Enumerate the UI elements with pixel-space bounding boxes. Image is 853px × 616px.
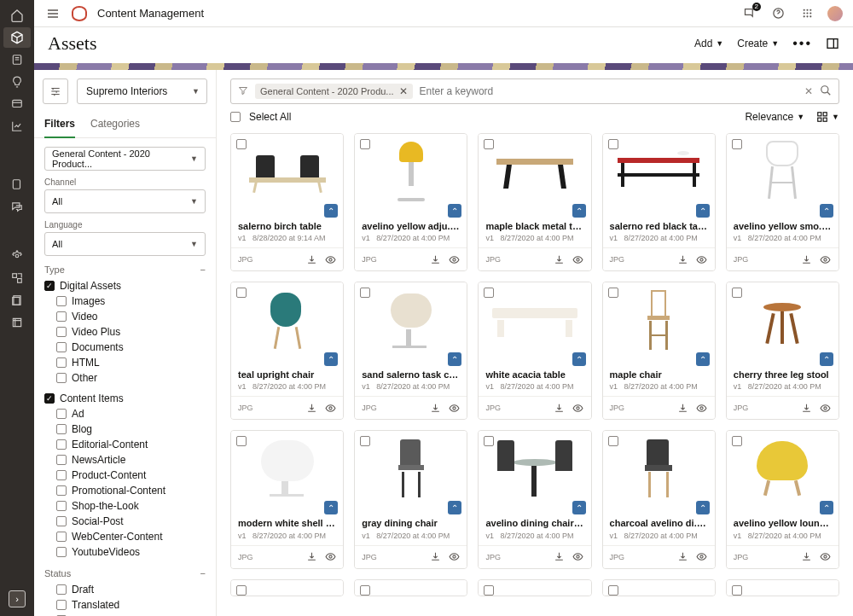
download-icon[interactable] [677,551,689,563]
filter-da-other[interactable]: Other [44,370,206,386]
asset-card[interactable]: ⌃salerno birch tablev1 8/28/2020 at 9:14… [230,133,344,271]
asset-checkbox[interactable] [608,436,618,446]
preview-icon[interactable] [696,402,708,414]
download-icon[interactable] [801,551,813,563]
panel-toggle-icon[interactable] [826,37,839,50]
download-icon[interactable] [677,253,689,265]
download-icon[interactable] [305,551,317,563]
asset-card[interactable] [726,579,839,596]
select-all-checkbox[interactable] [230,112,241,122]
language-select[interactable]: All▼ [44,232,206,256]
menu-icon[interactable] [44,5,61,22]
asset-checkbox[interactable] [484,288,494,298]
asset-checkbox[interactable] [360,139,370,149]
rail-extra-icon[interactable] [3,312,31,333]
asset-card[interactable]: ⌃avelino yellow smo... stoolv1 8/27/2020… [726,133,839,271]
asset-card[interactable]: ⌃cherry three leg stoolv1 8/27/2020 at 4… [726,282,839,420]
view-toggle-icon[interactable]: ▼ [816,111,839,123]
filter-da-video[interactable]: Video [44,309,206,324]
collapse-icon[interactable]: − [200,568,206,578]
filter-ci-blog[interactable]: Blog [44,421,206,437]
preview-icon[interactable] [448,551,460,563]
asset-checkbox[interactable] [732,139,742,149]
preview-icon[interactable] [820,551,832,563]
download-icon[interactable] [429,253,441,265]
asset-card[interactable]: ⌃sand salerno task chairv1 8/27/2020 at … [354,282,467,420]
download-icon[interactable] [677,402,689,414]
filter-content-items[interactable]: ✓Content Items [44,391,206,406]
channel-select[interactable]: All▼ [44,189,206,213]
clear-search-icon[interactable]: ✕ [804,85,813,97]
asset-card[interactable]: ⌃charcoal avelino di... chairv1 8/27/202… [602,430,716,568]
download-icon[interactable] [429,402,441,414]
download-icon[interactable] [305,253,317,265]
asset-card[interactable]: ⌃avelino yellow loungechairv1 8/27/2020 … [726,430,839,568]
more-actions-icon[interactable]: ••• [792,36,812,51]
filter-status-draft[interactable]: Draft [44,582,206,597]
rail-expand-icon[interactable]: › [9,590,26,607]
asset-checkbox[interactable] [608,585,618,596]
asset-card[interactable]: ⌃maple chairv1 8/27/2020 at 4:00 PMJPG [602,282,716,420]
tab-categories[interactable]: Categories [90,113,140,137]
filter-status-translated[interactable]: Translated [44,597,206,613]
filter-ci-promotional-content[interactable]: Promotional-Content [44,483,206,498]
download-icon[interactable] [554,551,566,563]
sort-select[interactable]: Relevance▼ [745,111,804,123]
create-button[interactable]: Create▼ [737,38,779,49]
filter-ci-shop-the-look[interactable]: Shop-the-Look [44,498,206,514]
filter-ci-social-post[interactable]: Social-Post [44,514,206,529]
filter-da-video-plus[interactable]: Video Plus [44,324,206,340]
filter-ci-editorial-content[interactable]: Editorial-Content [44,437,206,452]
tab-filters[interactable]: Filters [44,113,75,138]
filter-ci-ad[interactable]: Ad [44,406,206,421]
filter-da-images[interactable]: Images [44,293,206,309]
asset-checkbox[interactable] [236,288,247,298]
rail-collaboration-icon[interactable] [3,174,31,195]
asset-checkbox[interactable] [608,288,618,298]
preview-icon[interactable] [696,551,708,563]
asset-card[interactable] [354,579,467,596]
asset-checkbox[interactable] [732,288,742,298]
asset-card[interactable]: ⌃avelino yellow adju... stoolv1 8/27/202… [354,133,467,271]
asset-card[interactable]: ⌃avelino dining chair setv1 8/27/2020 at… [478,430,591,568]
asset-checkbox[interactable] [360,585,370,596]
preview-icon[interactable] [696,253,708,265]
rail-analytics-icon[interactable] [3,116,31,137]
search-input[interactable] [420,85,798,97]
preview-icon[interactable] [820,253,832,265]
download-icon[interactable] [554,402,566,414]
rail-assets-icon[interactable] [3,27,31,48]
filter-ci-product-content[interactable]: Product-Content [44,468,206,483]
search-icon[interactable] [820,84,832,99]
rail-integrations-icon[interactable] [3,268,31,288]
asset-card[interactable]: ⌃salerno red black tablev1 8/27/2020 at … [602,133,716,271]
rail-capture-icon[interactable] [3,290,31,311]
user-avatar[interactable] [827,6,843,21]
filter-ci-youtubevideos[interactable]: YoutubeVideos [44,544,206,560]
filter-da-documents[interactable]: Documents [44,340,206,355]
select-all-label[interactable]: Select All [249,111,291,123]
repository-select[interactable]: Supremo Interiors ▼ [77,78,207,104]
asset-checkbox[interactable] [236,139,247,149]
preview-icon[interactable] [324,253,336,265]
asset-card[interactable]: ⌃white acacia tablev1 8/27/2020 at 4:00 … [478,282,591,420]
asset-checkbox[interactable] [608,139,618,149]
collapse-icon[interactable]: − [200,264,206,275]
help-icon[interactable] [769,5,786,22]
preview-icon[interactable] [324,402,336,414]
asset-checkbox[interactable] [732,585,742,596]
filter-status-in-review[interactable]: In Review [44,613,206,616]
download-icon[interactable] [801,402,813,414]
chip-remove-icon[interactable]: ✕ [399,85,408,97]
notifications-icon[interactable]: 2 [740,5,757,22]
asset-card[interactable]: ⌃teal upright chairv1 8/27/2020 at 4:00 … [230,282,344,420]
asset-checkbox[interactable] [360,288,370,298]
rail-admin-icon[interactable] [3,246,31,266]
apps-icon[interactable] [798,5,815,22]
download-icon[interactable] [554,253,566,265]
preview-icon[interactable] [572,402,584,414]
preview-icon[interactable] [324,551,336,563]
asset-checkbox[interactable] [236,436,247,446]
rail-sites-icon[interactable] [3,94,31,114]
asset-checkbox[interactable] [484,139,494,149]
